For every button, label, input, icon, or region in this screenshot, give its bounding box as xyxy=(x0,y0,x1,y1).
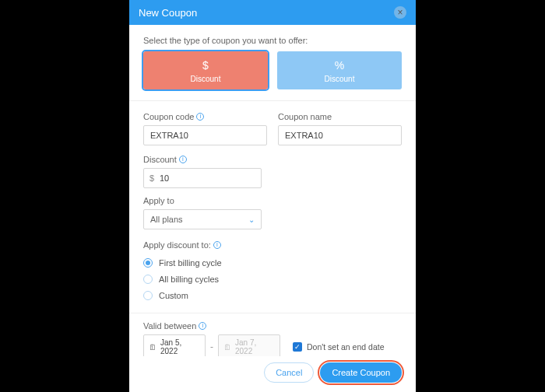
dollar-icon: $ xyxy=(143,59,268,72)
intro-text: Select the type of coupon you want to of… xyxy=(143,36,402,45)
end-date-input: 🗓 Jan 7, 2022 xyxy=(218,334,280,356)
apply-to-field: Apply to All plans ⌄ xyxy=(143,196,262,229)
new-coupon-modal: New Coupon × Select the type of coupon y… xyxy=(129,0,416,392)
modal-title: New Coupon xyxy=(139,7,197,19)
radio-icon xyxy=(143,258,153,268)
discount-input[interactable] xyxy=(143,168,262,188)
coupon-name-label: Coupon name xyxy=(278,112,332,121)
radio-first-billing[interactable]: First billing cycle xyxy=(143,258,402,268)
calendar-icon: 🗓 xyxy=(223,343,231,352)
apply-to-label: Apply to xyxy=(143,196,174,205)
apply-discount-to-field: Apply discount to: i First billing cycle… xyxy=(143,240,402,303)
cancel-button[interactable]: Cancel xyxy=(264,362,314,383)
percent-icon: % xyxy=(277,59,402,72)
create-coupon-button[interactable]: Create Coupon xyxy=(320,362,402,383)
radio-custom[interactable]: Custom xyxy=(143,291,402,300)
discount-field: Discount i $ xyxy=(143,155,262,188)
radio-icon xyxy=(143,275,153,284)
range-dash: - xyxy=(210,341,213,352)
radio-label: Custom xyxy=(159,291,188,300)
coupon-type-dollar[interactable]: $ Discount xyxy=(143,51,268,89)
info-icon[interactable]: i xyxy=(196,113,204,121)
coupon-name-input[interactable] xyxy=(278,125,402,145)
currency-prefix: $ xyxy=(149,173,154,183)
divider xyxy=(129,313,416,313)
modal-footer: Cancel Create Coupon xyxy=(129,356,416,392)
modal-body: Select the type of coupon you want to of… xyxy=(129,25,416,356)
calendar-icon: 🗓 xyxy=(149,343,156,352)
coupon-code-field: Coupon code i xyxy=(143,112,267,145)
radio-label: All billing cycles xyxy=(159,275,219,284)
info-icon[interactable]: i xyxy=(213,241,221,249)
modal-header: New Coupon × xyxy=(129,0,416,25)
discount-label: Discount xyxy=(143,155,177,164)
coupon-type-label: Discount xyxy=(191,75,221,83)
apply-discount-to-label: Apply discount to: xyxy=(143,240,211,250)
coupon-name-field: Coupon name xyxy=(278,112,402,145)
apply-to-value: All plans xyxy=(150,215,183,224)
no-end-date-checkbox[interactable]: ✓ xyxy=(293,342,302,352)
info-icon[interactable]: i xyxy=(199,322,206,330)
info-icon[interactable]: i xyxy=(179,156,187,163)
coupon-type-percent[interactable]: % Discount xyxy=(277,51,402,89)
radio-icon xyxy=(143,291,153,300)
start-date-input[interactable]: 🗓 Jan 5, 2022 xyxy=(143,334,206,356)
close-icon[interactable]: × xyxy=(394,6,406,19)
start-date-value: Jan 5, 2022 xyxy=(160,338,200,355)
coupon-type-row: $ Discount % Discount xyxy=(143,51,402,89)
apply-to-select[interactable]: All plans ⌄ xyxy=(143,209,262,229)
valid-between-field: Valid between i 🗓 Jan 5, 2022 - 🗓 Jan 7,… xyxy=(143,321,402,356)
divider xyxy=(129,100,416,101)
coupon-type-label: Discount xyxy=(325,75,355,83)
no-end-date-label: Don't set an end date xyxy=(307,342,385,352)
coupon-code-label: Coupon code xyxy=(143,112,194,121)
chevron-down-icon: ⌄ xyxy=(248,215,255,224)
coupon-code-input[interactable] xyxy=(143,125,267,145)
radio-all-billing[interactable]: All billing cycles xyxy=(143,275,402,284)
radio-label: First billing cycle xyxy=(159,258,222,268)
valid-between-label: Valid between xyxy=(143,321,196,331)
end-date-value: Jan 7, 2022 xyxy=(235,338,275,355)
